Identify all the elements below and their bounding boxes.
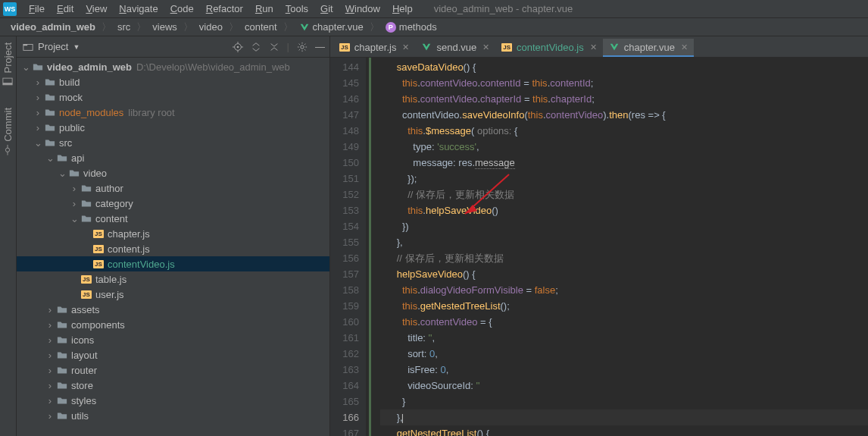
tree-item-styles[interactable]: ›styles — [17, 393, 329, 408]
tree-item-chapter-js[interactable]: JSchapter.js — [17, 226, 329, 241]
menu-help[interactable]: Help — [386, 2, 419, 16]
project-panel-title[interactable]: Project ▼ — [23, 41, 80, 52]
gear-icon[interactable] — [297, 42, 308, 52]
svg-point-13 — [301, 45, 304, 48]
svg-rect-6 — [23, 44, 27, 45]
menu-git[interactable]: Git — [314, 2, 339, 16]
tree-item-user-js[interactable]: JSuser.js — [17, 287, 329, 302]
tree-item-mock[interactable]: ›mock — [17, 89, 329, 105]
tab-chapter-js[interactable]: JSchapter.js✕ — [333, 39, 415, 57]
tab-contentVideo-js[interactable]: JScontentVideo.js✕ — [495, 39, 602, 57]
tree-item-assets[interactable]: ›assets — [17, 302, 329, 317]
collapse-all-icon[interactable] — [269, 42, 279, 52]
crumb-views[interactable]: views — [148, 20, 182, 34]
line-gutter[interactable]: 1441451461471481491501511521531541551561… — [330, 58, 365, 436]
tree-item-category[interactable]: ›category — [17, 196, 329, 211]
tree-item-api[interactable]: ⌄api — [17, 150, 329, 165]
svg-point-2 — [6, 149, 10, 152]
tree-item-author[interactable]: ›author — [17, 180, 329, 196]
tree-item-store[interactable]: ›store — [17, 378, 329, 393]
close-icon[interactable]: ✕ — [681, 42, 688, 52]
left-tool-rail: Project Commit — [0, 36, 17, 436]
svg-point-8 — [236, 45, 239, 48]
editor-tabbar: JSchapter.js✕send.vue✕JScontentVideo.js✕… — [330, 36, 868, 58]
crumb-content[interactable]: content — [240, 20, 282, 34]
menu-window[interactable]: Window — [339, 2, 386, 16]
window-title: video_admin_web - chapter.vue — [434, 3, 573, 14]
close-icon[interactable]: ✕ — [590, 42, 597, 52]
close-icon[interactable]: ✕ — [402, 42, 409, 52]
tree-item-node_modules[interactable]: ›node_moduleslibrary root — [17, 105, 329, 120]
project-panel-title-label: Project — [38, 41, 68, 52]
menu-edit[interactable]: Edit — [51, 2, 80, 16]
rail-commit[interactable]: Commit — [2, 105, 14, 158]
menu-refactor[interactable]: Refactor — [200, 2, 249, 16]
editor-area: JSchapter.js✕send.vue✕JScontentVideo.js✕… — [330, 36, 868, 436]
menu-code[interactable]: Code — [164, 2, 200, 16]
menu-run[interactable]: Run — [249, 2, 279, 16]
minimize-icon[interactable]: — — [315, 41, 323, 52]
app-logo: WS — [3, 2, 17, 16]
tree-item-utils[interactable]: ›utils — [17, 408, 329, 423]
crumb-video[interactable]: video — [195, 20, 227, 34]
close-icon[interactable]: ✕ — [482, 42, 489, 52]
change-marker-stripe — [365, 58, 374, 436]
project-panel-header: Project ▼ | — — [17, 36, 329, 58]
chevron-down-icon: ▼ — [73, 43, 80, 51]
rail-project[interactable]: Project — [2, 39, 14, 89]
tree-item-contentVideo-js[interactable]: JScontentVideo.js — [17, 256, 329, 271]
tree-item-build[interactable]: ›build — [17, 74, 329, 89]
menubar: WS FileEditViewNavigateCodeRefactorRunTo… — [0, 0, 868, 18]
crumb-src[interactable]: src — [113, 20, 135, 34]
menu-navigate[interactable]: Navigate — [113, 2, 164, 16]
code-content[interactable]: saveDataVideo() { this.contentVideo.cont… — [374, 58, 868, 436]
tree-item-content-js[interactable]: JScontent.js — [17, 241, 329, 256]
tab-send-vue[interactable]: send.vue✕ — [415, 39, 495, 57]
breadcrumb-bar: video_admin_web〉src〉views〉video〉content〉… — [0, 18, 868, 36]
tree-item-public[interactable]: ›public — [17, 120, 329, 135]
menu-view[interactable]: View — [80, 2, 113, 16]
tree-item-icons[interactable]: ›icons — [17, 332, 329, 347]
tree-item-router[interactable]: ›router — [17, 362, 329, 378]
expand-all-icon[interactable] — [251, 42, 261, 52]
crumb-video_admin_web[interactable]: video_admin_web — [6, 20, 100, 34]
tree-item-src[interactable]: ⌄src — [17, 135, 329, 150]
menu-file[interactable]: File — [23, 2, 51, 16]
crumb-chapter-vue[interactable]: chapter.vue — [295, 20, 368, 34]
tree-item-components[interactable]: ›components — [17, 317, 329, 332]
tree-item-table-js[interactable]: JStable.js — [17, 271, 329, 287]
tree-item-video_admin_web[interactable]: ⌄video_admin_webD:\Develop\Web\video_adm… — [17, 59, 329, 74]
svg-rect-1 — [3, 83, 12, 85]
crumb-methods[interactable]: Pmethods — [381, 20, 442, 34]
tree-item-layout[interactable]: ›layout — [17, 347, 329, 362]
project-tree[interactable]: ⌄video_admin_webD:\Develop\Web\video_adm… — [17, 58, 329, 436]
project-panel: Project ▼ | — ⌄video_admin_webD:\Develop… — [17, 36, 330, 436]
tree-item-content[interactable]: ⌄content — [17, 211, 329, 226]
tab-chapter-vue[interactable]: chapter.vue✕ — [603, 39, 694, 57]
menu-tools[interactable]: Tools — [279, 2, 314, 16]
locate-icon[interactable] — [233, 42, 243, 52]
tree-item-video[interactable]: ⌄video — [17, 165, 329, 180]
